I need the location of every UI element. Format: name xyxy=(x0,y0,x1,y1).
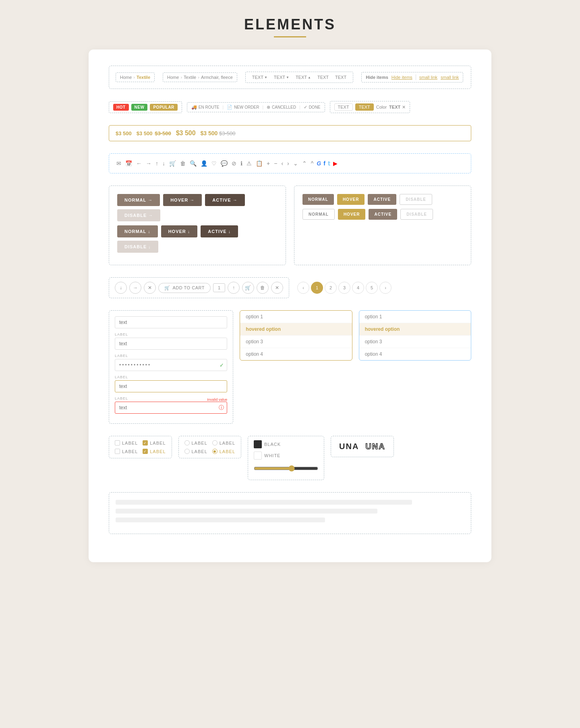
search-icon[interactable]: 🔍 xyxy=(189,159,197,167)
caret-up-icon[interactable]: ^ xyxy=(310,159,315,167)
dropdown-option-1-3[interactable]: option 3 xyxy=(240,336,352,348)
nav-tab-4[interactable]: TEXT xyxy=(315,74,331,80)
minus-icon[interactable]: − xyxy=(273,159,278,167)
breadcrumb-2: Home › Textile › Armchair, fleece xyxy=(163,72,237,82)
form-input-5[interactable] xyxy=(115,402,227,414)
btn-outline-active-2[interactable]: ACTIVE xyxy=(369,209,397,220)
breadcrumb-textile2[interactable]: Textile xyxy=(184,75,196,80)
btn-outline-normal-2[interactable]: NORMAL xyxy=(302,209,335,220)
btn-outline-normal-1[interactable]: NORMAL xyxy=(302,194,334,205)
btn-outline-active-1[interactable]: ACTIVE xyxy=(368,194,396,205)
btn-outline-hover-1[interactable]: HOVER xyxy=(337,194,365,205)
google-icon[interactable]: G xyxy=(317,160,321,167)
cart-icon[interactable]: 🛒 xyxy=(168,159,177,167)
radio-2[interactable]: LABEL xyxy=(212,440,235,445)
dropdown-option-2-4[interactable]: option 4 xyxy=(359,348,471,360)
calendar-icon[interactable]: 📅 xyxy=(124,159,133,167)
dropdown-option-1-1[interactable]: option 1 xyxy=(240,311,352,323)
form-input-4[interactable] xyxy=(115,380,227,392)
dropdown-outlined: option 1 hovered option option 3 option … xyxy=(240,310,352,361)
radio-3[interactable]: LABEL xyxy=(184,449,207,454)
arrow-btn[interactable]: → xyxy=(129,282,141,294)
warning-icon[interactable]: ⚠ xyxy=(246,159,253,167)
btn-outline-hover-2[interactable]: HOVER xyxy=(338,209,366,220)
btn-normal-1[interactable]: NORMAL → xyxy=(117,194,160,206)
up-btn[interactable]: ↑ xyxy=(228,282,240,294)
info-icon[interactable]: ℹ xyxy=(240,159,243,167)
arrow-up-icon[interactable]: ↑ xyxy=(155,159,159,167)
link-hide-items-1[interactable]: Hide items xyxy=(366,75,388,80)
tag-text-2[interactable]: TEXT xyxy=(355,103,374,111)
dropdown-option-1-2[interactable]: hovered option xyxy=(240,323,352,336)
close-btn-2[interactable]: ✕ xyxy=(271,282,283,294)
download-btn[interactable]: ↓ xyxy=(115,282,127,294)
delete-icon[interactable]: 🗑 xyxy=(179,159,186,167)
arrow-left-icon[interactable]: ← xyxy=(135,159,143,167)
youtube-icon[interactable]: ▶ xyxy=(333,160,338,167)
dropdown-option-2-2[interactable]: hovered option xyxy=(359,323,471,336)
link-hide-items-2[interactable]: Hide items xyxy=(392,75,412,80)
form-label-5: LABEL xyxy=(115,396,128,400)
breadcrumb-home[interactable]: Home xyxy=(120,75,132,80)
chat-icon[interactable]: 💬 xyxy=(220,159,228,167)
add-to-cart-btn[interactable]: 🛒 ADD TO CART xyxy=(158,283,211,293)
qty-input[interactable] xyxy=(213,283,225,292)
radio-4[interactable]: LABEL xyxy=(212,449,235,454)
copy-icon[interactable]: 📋 xyxy=(255,159,263,167)
page-5-btn[interactable]: 5 xyxy=(366,282,378,294)
plus-icon[interactable]: + xyxy=(266,159,271,167)
swatch-white[interactable]: WHITE xyxy=(254,452,280,460)
nav-tab-1[interactable]: TEXT ▼ xyxy=(250,74,270,80)
price-4-old: $3-500 xyxy=(219,130,235,136)
chevron-down-icon[interactable]: ⌄ xyxy=(292,159,299,167)
checkbox-1[interactable]: LABEL xyxy=(115,440,138,445)
twitter-icon[interactable]: 𝕥 xyxy=(328,160,331,167)
tag-close-icon[interactable]: ✕ xyxy=(402,105,406,110)
page-1-btn[interactable]: 1 xyxy=(311,282,323,294)
radio-1[interactable]: LABEL xyxy=(184,440,207,445)
btn-normal-2[interactable]: NORMAL ↓ xyxy=(117,225,158,237)
chevron-up-icon[interactable]: ⌃ xyxy=(301,159,308,167)
heart-icon[interactable]: ♡ xyxy=(211,159,218,167)
color-slider[interactable] xyxy=(254,465,318,472)
blocked-icon[interactable]: ⊘ xyxy=(231,159,237,167)
dropdown-option-2-3[interactable]: option 3 xyxy=(359,336,471,348)
breadcrumb-textile[interactable]: Textile xyxy=(137,75,150,80)
breadcrumb-item[interactable]: Armchair, fleece xyxy=(201,75,233,80)
btn-active-1[interactable]: ACTIVE → xyxy=(205,194,244,206)
form-input-2[interactable] xyxy=(115,338,227,350)
page-3-btn[interactable]: 3 xyxy=(338,282,350,294)
btn-hover-2[interactable]: HOVER ↓ xyxy=(161,225,198,237)
breadcrumb-home2[interactable]: Home xyxy=(167,75,179,80)
dropdown-option-1-4[interactable]: option 4 xyxy=(240,348,352,360)
chevron-right-icon[interactable]: › xyxy=(286,159,290,167)
page-prev-btn[interactable]: ‹ xyxy=(297,282,309,294)
arrow-down-icon[interactable]: ↓ xyxy=(162,159,166,167)
page-next-btn[interactable]: › xyxy=(379,282,392,294)
delete-btn-2[interactable]: 🗑 xyxy=(257,282,269,294)
nav-tab-5[interactable]: TEXT xyxy=(333,74,349,80)
form-input-3[interactable] xyxy=(115,359,227,371)
arrow-right-icon[interactable]: → xyxy=(145,159,152,167)
page-4-btn[interactable]: 4 xyxy=(352,282,364,294)
tag-text-1[interactable]: TEXT xyxy=(334,103,353,111)
email-icon[interactable]: ✉ xyxy=(116,159,122,167)
nav-tab-2[interactable]: TEXT ▼ xyxy=(271,74,292,80)
form-input-1[interactable] xyxy=(115,316,227,328)
checkbox-3[interactable]: LABEL xyxy=(115,449,138,454)
nav-tab-3[interactable]: TEXT ▲ xyxy=(293,74,313,80)
link-small-2[interactable]: small link xyxy=(441,75,459,80)
close-btn[interactable]: ✕ xyxy=(144,282,156,294)
chevron-left-icon[interactable]: ‹ xyxy=(280,159,284,167)
facebook-icon[interactable]: f xyxy=(323,160,325,167)
checkbox-2[interactable]: ✓ LABEL xyxy=(143,440,166,445)
btn-hover-1[interactable]: HOVER → xyxy=(163,194,202,206)
swatch-black[interactable]: BLACK xyxy=(254,440,281,448)
dropdown-option-2-1[interactable]: option 1 xyxy=(359,311,471,323)
checkbox-4[interactable]: ✓ LABEL xyxy=(143,449,166,454)
btn-active-2[interactable]: ACTIVE ↓ xyxy=(201,225,238,237)
profile-icon[interactable]: 👤 xyxy=(200,159,208,167)
page-2-btn[interactable]: 2 xyxy=(325,282,337,294)
cart-btn-2[interactable]: 🛒 xyxy=(242,282,254,294)
link-small-1[interactable]: small link xyxy=(419,75,437,80)
